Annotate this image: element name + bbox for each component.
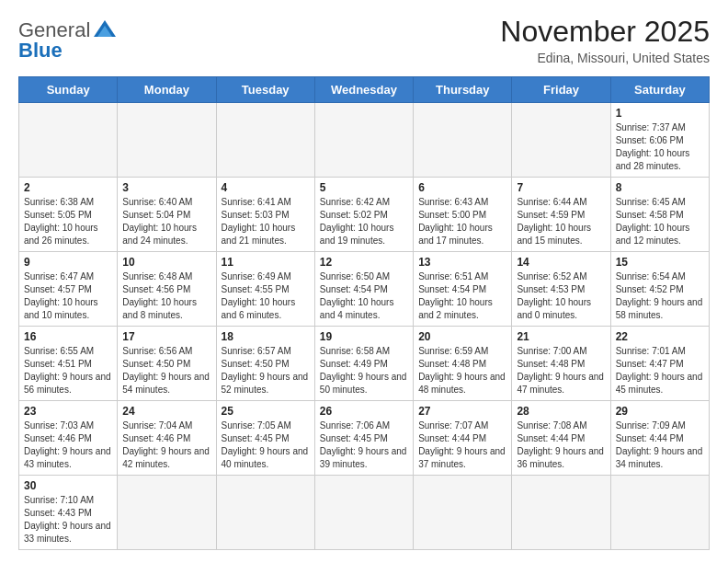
day-info: Sunrise: 7:10 AMSunset: 4:43 PMDaylight:… xyxy=(24,494,112,546)
calendar: Sunday Monday Tuesday Wednesday Thursday… xyxy=(18,76,710,550)
calendar-cell: 3Sunrise: 6:40 AMSunset: 5:04 PMDaylight… xyxy=(118,178,216,252)
calendar-cell: 24Sunrise: 7:04 AMSunset: 4:46 PMDayligh… xyxy=(118,401,216,476)
logo: General Blue xyxy=(18,15,118,63)
calendar-cell: 10Sunrise: 6:48 AMSunset: 4:56 PMDayligh… xyxy=(118,252,216,327)
day-number: 24 xyxy=(122,405,210,418)
calendar-cell: 7Sunrise: 6:44 AMSunset: 4:59 PMDaylight… xyxy=(512,178,610,252)
day-number: 3 xyxy=(122,181,210,194)
col-tuesday: Tuesday xyxy=(216,77,314,103)
day-info: Sunrise: 6:40 AMSunset: 5:04 PMDaylight:… xyxy=(122,196,210,247)
calendar-cell xyxy=(118,103,216,178)
day-number: 9 xyxy=(24,256,112,269)
calendar-cell: 27Sunrise: 7:07 AMSunset: 4:44 PMDayligh… xyxy=(414,401,512,476)
day-info: Sunrise: 6:38 AMSunset: 5:05 PMDaylight:… xyxy=(24,196,112,247)
calendar-week-3: 16Sunrise: 6:55 AMSunset: 4:51 PMDayligh… xyxy=(19,327,710,401)
day-info: Sunrise: 7:08 AMSunset: 4:44 PMDaylight:… xyxy=(517,419,605,471)
calendar-cell: 8Sunrise: 6:45 AMSunset: 4:58 PMDaylight… xyxy=(610,178,709,252)
calendar-week-4: 23Sunrise: 7:03 AMSunset: 4:46 PMDayligh… xyxy=(19,401,710,476)
calendar-cell: 23Sunrise: 7:03 AMSunset: 4:46 PMDayligh… xyxy=(19,401,118,476)
calendar-cell: 13Sunrise: 6:51 AMSunset: 4:54 PMDayligh… xyxy=(414,252,512,327)
day-number: 1 xyxy=(616,107,704,120)
month-title: November 2025 xyxy=(500,15,710,49)
day-number: 19 xyxy=(320,330,408,343)
calendar-cell: 6Sunrise: 6:43 AMSunset: 5:00 PMDaylight… xyxy=(414,178,512,252)
calendar-cell: 28Sunrise: 7:08 AMSunset: 4:44 PMDayligh… xyxy=(512,401,610,476)
day-info: Sunrise: 6:49 AMSunset: 4:55 PMDaylight:… xyxy=(222,270,310,322)
calendar-cell: 16Sunrise: 6:55 AMSunset: 4:51 PMDayligh… xyxy=(19,327,118,401)
calendar-cell: 1Sunrise: 7:37 AMSunset: 6:06 PMDaylight… xyxy=(610,103,709,178)
day-info: Sunrise: 6:41 AMSunset: 5:03 PMDaylight:… xyxy=(222,196,310,247)
day-info: Sunrise: 6:45 AMSunset: 4:58 PMDaylight:… xyxy=(616,196,704,247)
day-info: Sunrise: 6:56 AMSunset: 4:50 PMDaylight:… xyxy=(122,345,210,396)
page: General Blue November 2025 Edina, Missou… xyxy=(0,0,728,563)
day-info: Sunrise: 7:00 AMSunset: 4:48 PMDaylight:… xyxy=(517,345,605,396)
day-info: Sunrise: 6:42 AMSunset: 5:02 PMDaylight:… xyxy=(320,196,408,247)
calendar-cell xyxy=(118,476,216,550)
calendar-cell xyxy=(414,103,512,178)
day-info: Sunrise: 6:52 AMSunset: 4:53 PMDaylight:… xyxy=(517,270,605,322)
day-info: Sunrise: 6:50 AMSunset: 4:54 PMDaylight:… xyxy=(320,270,408,322)
day-info: Sunrise: 6:58 AMSunset: 4:49 PMDaylight:… xyxy=(320,345,408,396)
calendar-cell xyxy=(314,103,413,178)
day-info: Sunrise: 6:54 AMSunset: 4:52 PMDaylight:… xyxy=(616,270,704,322)
day-number: 26 xyxy=(320,405,408,418)
calendar-week-5: 30Sunrise: 7:10 AMSunset: 4:43 PMDayligh… xyxy=(19,476,710,550)
day-info: Sunrise: 7:06 AMSunset: 4:45 PMDaylight:… xyxy=(320,419,408,471)
day-info: Sunrise: 7:09 AMSunset: 4:44 PMDaylight:… xyxy=(616,419,704,471)
day-info: Sunrise: 7:01 AMSunset: 4:47 PMDaylight:… xyxy=(616,345,704,396)
col-thursday: Thursday xyxy=(414,77,512,103)
day-info: Sunrise: 7:04 AMSunset: 4:46 PMDaylight:… xyxy=(122,419,210,471)
calendar-cell xyxy=(216,103,314,178)
calendar-cell: 18Sunrise: 6:57 AMSunset: 4:50 PMDayligh… xyxy=(216,327,314,401)
day-number: 27 xyxy=(418,405,506,418)
day-info: Sunrise: 6:55 AMSunset: 4:51 PMDaylight:… xyxy=(24,345,112,396)
calendar-cell: 12Sunrise: 6:50 AMSunset: 4:54 PMDayligh… xyxy=(314,252,413,327)
day-number: 12 xyxy=(320,256,408,269)
day-number: 5 xyxy=(320,181,408,194)
day-info: Sunrise: 6:59 AMSunset: 4:48 PMDaylight:… xyxy=(418,345,506,396)
day-number: 10 xyxy=(122,256,210,269)
col-friday: Friday xyxy=(512,77,610,103)
calendar-cell: 15Sunrise: 6:54 AMSunset: 4:52 PMDayligh… xyxy=(610,252,709,327)
header-area: General Blue November 2025 Edina, Missou… xyxy=(18,15,710,65)
day-number: 4 xyxy=(222,181,310,194)
day-info: Sunrise: 6:48 AMSunset: 4:56 PMDaylight:… xyxy=(122,270,210,322)
day-info: Sunrise: 6:57 AMSunset: 4:50 PMDaylight:… xyxy=(222,345,310,396)
calendar-cell: 17Sunrise: 6:56 AMSunset: 4:50 PMDayligh… xyxy=(118,327,216,401)
calendar-cell xyxy=(19,103,118,178)
calendar-cell: 21Sunrise: 7:00 AMSunset: 4:48 PMDayligh… xyxy=(512,327,610,401)
calendar-cell: 26Sunrise: 7:06 AMSunset: 4:45 PMDayligh… xyxy=(314,401,413,476)
day-number: 20 xyxy=(418,330,506,343)
calendar-cell: 29Sunrise: 7:09 AMSunset: 4:44 PMDayligh… xyxy=(610,401,709,476)
day-number: 15 xyxy=(616,256,704,269)
location: Edina, Missouri, United States xyxy=(500,51,710,65)
day-info: Sunrise: 7:03 AMSunset: 4:46 PMDaylight:… xyxy=(24,419,112,471)
title-area: November 2025 Edina, Missouri, United St… xyxy=(500,15,710,65)
col-monday: Monday xyxy=(118,77,216,103)
day-info: Sunrise: 7:07 AMSunset: 4:44 PMDaylight:… xyxy=(418,419,506,471)
day-number: 11 xyxy=(222,256,310,269)
col-wednesday: Wednesday xyxy=(314,77,413,103)
calendar-cell: 5Sunrise: 6:42 AMSunset: 5:02 PMDaylight… xyxy=(314,178,413,252)
day-info: Sunrise: 6:47 AMSunset: 4:57 PMDaylight:… xyxy=(24,270,112,322)
day-info: Sunrise: 7:05 AMSunset: 4:45 PMDaylight:… xyxy=(222,419,310,471)
day-number: 22 xyxy=(616,330,704,343)
calendar-cell: 14Sunrise: 6:52 AMSunset: 4:53 PMDayligh… xyxy=(512,252,610,327)
day-number: 17 xyxy=(122,330,210,343)
day-number: 13 xyxy=(418,256,506,269)
calendar-cell: 19Sunrise: 6:58 AMSunset: 4:49 PMDayligh… xyxy=(314,327,413,401)
day-number: 25 xyxy=(222,405,310,418)
day-number: 18 xyxy=(222,330,310,343)
calendar-cell xyxy=(512,103,610,178)
calendar-cell xyxy=(512,476,610,550)
day-info: Sunrise: 6:44 AMSunset: 4:59 PMDaylight:… xyxy=(517,196,605,247)
col-sunday: Sunday xyxy=(19,77,118,103)
calendar-week-2: 9Sunrise: 6:47 AMSunset: 4:57 PMDaylight… xyxy=(19,252,710,327)
day-number: 14 xyxy=(517,256,605,269)
day-number: 6 xyxy=(418,181,506,194)
day-info: Sunrise: 6:51 AMSunset: 4:54 PMDaylight:… xyxy=(418,270,506,322)
logo-icon xyxy=(92,17,118,42)
calendar-cell xyxy=(610,476,709,550)
day-number: 29 xyxy=(616,405,704,418)
calendar-cell: 11Sunrise: 6:49 AMSunset: 4:55 PMDayligh… xyxy=(216,252,314,327)
